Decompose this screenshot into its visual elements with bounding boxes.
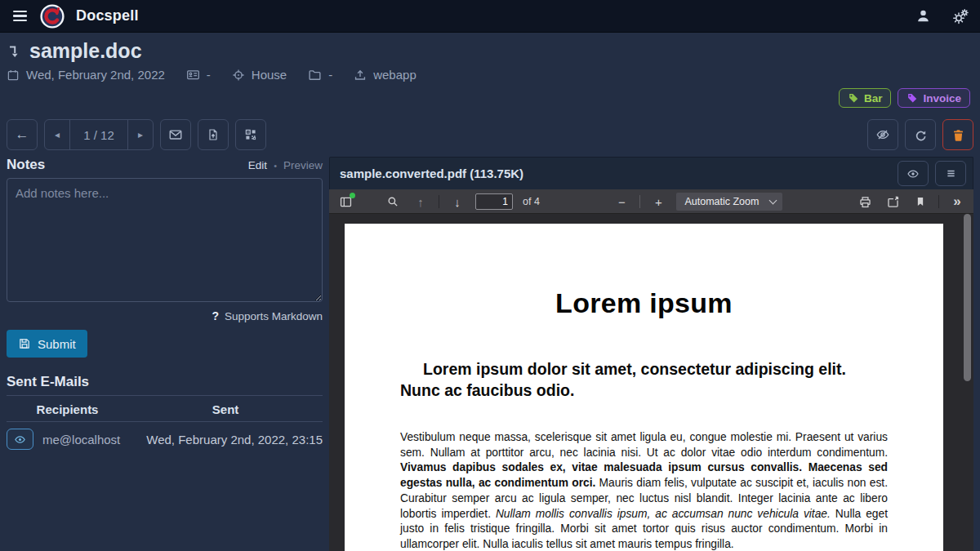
printer-icon <box>858 195 872 209</box>
table-row: me@localhost Wed, February 2nd, 2022, 23… <box>7 422 323 457</box>
redo-icon <box>914 128 928 142</box>
tag-icon <box>848 92 859 104</box>
question-icon: ? <box>212 309 219 322</box>
download-button[interactable] <box>883 192 902 211</box>
send-mail-button[interactable] <box>160 119 191 150</box>
viewer-scrollbar[interactable] <box>964 214 971 381</box>
eye-icon <box>906 167 920 180</box>
crosshair-icon <box>232 69 245 82</box>
more-tools-button[interactable]: » <box>947 192 967 211</box>
add-file-button[interactable] <box>198 119 229 150</box>
item-date[interactable]: Wed, February 2nd, 2022 <box>26 68 165 82</box>
file-upload-icon <box>207 128 220 141</box>
notes-edit-link[interactable]: Edit <box>248 159 267 171</box>
sent-emails-table: Recipients Sent <box>7 398 323 456</box>
qrcode-button[interactable] <box>235 119 266 150</box>
print-button[interactable] <box>855 192 875 211</box>
mail-sent-date: Wed, February 2nd, 2022, 23:15 <box>128 422 323 457</box>
zoom-in-button[interactable]: + <box>648 192 668 211</box>
id-card-icon <box>186 68 200 82</box>
qrcode-icon <box>244 128 257 141</box>
tag-invoice[interactable]: Invoice <box>898 88 970 108</box>
upload-icon <box>354 69 367 82</box>
pdf-document-subtitle: Lorem ipsum dolor sit amet, consectetur … <box>400 358 888 401</box>
page-count-label: of 4 <box>523 196 540 207</box>
search-icon <box>386 195 399 208</box>
item-correspondent[interactable]: - <box>207 68 211 82</box>
unconfirm-button[interactable] <box>867 119 898 150</box>
zoom-select-value: Automatic Zoom <box>684 196 759 207</box>
document-header: sample.doc Wed, February 2nd, 2022 - <box>0 33 980 108</box>
top-navbar: Docspell <box>0 0 980 33</box>
item-folder[interactable]: - <box>328 68 332 82</box>
pdf-viewer[interactable]: Lorem ipsum Lorem ipsum dolor sit amet, … <box>329 214 973 551</box>
attachment-menu-button[interactable] <box>935 161 966 186</box>
back-button[interactable]: ← <box>7 119 38 150</box>
back-arrow-icon: ← <box>16 127 29 143</box>
pdf-page: Lorem ipsum Lorem ipsum dolor sit amet, … <box>345 224 943 551</box>
app-root: Docspell <box>0 0 980 551</box>
chevron-down-icon <box>769 196 777 204</box>
item-toolbar: ← ◂ 1 / 12 ▸ <box>0 119 980 150</box>
arrow-down-icon <box>7 43 23 60</box>
prev-item-button[interactable]: ◂ <box>45 120 69 149</box>
sidebar-toggle-button[interactable] <box>336 192 355 211</box>
markdown-hint-link[interactable]: ? Supports Markdown <box>7 309 323 322</box>
pdfjs-toolbar: ↑ ↓ of 4 − + Automatic Zoom <box>329 189 973 214</box>
pdf-document-body: Vestibulum neque massa, scelerisque sit … <box>400 430 888 551</box>
submit-notes-button[interactable]: Submit <box>7 330 87 358</box>
tag-bar[interactable]: Bar <box>839 88 892 108</box>
item-concerning[interactable]: House <box>252 68 287 82</box>
dot-separator: • <box>274 161 277 171</box>
delete-button[interactable] <box>942 119 973 150</box>
item-position-label: 1 / 12 <box>69 120 128 149</box>
save-icon <box>18 337 31 350</box>
zoom-select[interactable]: Automatic Zoom <box>676 193 782 211</box>
gears-icon[interactable] <box>952 8 969 24</box>
bookmark-icon <box>915 196 926 207</box>
content: Notes Edit • Preview ? Supports Markdown… <box>0 157 980 551</box>
item-pager: ◂ 1 / 12 ▸ <box>44 119 154 150</box>
pdf-document-title: Lorem ipsum <box>400 287 888 319</box>
status-badge <box>350 193 355 198</box>
reprocess-button[interactable] <box>905 119 936 150</box>
app-title: Docspell <box>76 7 139 24</box>
calendar-icon <box>7 69 20 82</box>
document-title: sample.doc <box>29 39 142 63</box>
notes-panel: Notes Edit • Preview ? Supports Markdown… <box>7 157 323 551</box>
sent-emails-heading: Sent E-Mails <box>7 374 323 396</box>
bars-icon <box>945 167 957 180</box>
page-number-input[interactable] <box>475 193 513 210</box>
user-icon[interactable] <box>915 8 931 24</box>
menu-bars-icon[interactable] <box>11 7 29 24</box>
docspell-logo-icon <box>40 4 65 29</box>
eye-icon <box>14 433 26 446</box>
notes-textarea[interactable] <box>7 178 323 302</box>
column-recipients: Recipients <box>7 398 128 422</box>
column-sent: Sent <box>128 398 323 422</box>
envelope-icon <box>168 127 183 142</box>
mail-recipient: me@localhost <box>42 422 128 457</box>
bookmark-button[interactable] <box>911 192 930 211</box>
folder-icon <box>308 68 322 82</box>
trash-icon <box>951 128 965 142</box>
find-button[interactable] <box>383 192 403 211</box>
download-icon <box>886 195 900 209</box>
notes-preview-link[interactable]: Preview <box>283 159 323 171</box>
item-source[interactable]: webapp <box>373 68 416 82</box>
tags-row: Bar Invoice <box>7 88 973 108</box>
eye-slash-icon <box>875 127 890 142</box>
previous-page-button[interactable]: ↑ <box>411 192 430 211</box>
attachment-view-button[interactable] <box>898 161 929 186</box>
preview-panel: sample.converted.pdf (113.75K) <box>329 157 973 551</box>
zoom-out-button[interactable]: − <box>612 192 631 211</box>
next-item-button[interactable]: ▸ <box>128 120 153 149</box>
view-mail-button[interactable] <box>7 429 33 450</box>
attachment-filename: sample.converted.pdf (113.75K) <box>340 167 523 180</box>
tag-icon <box>906 92 918 104</box>
next-page-button[interactable]: ↓ <box>448 192 467 211</box>
notes-heading: Notes <box>7 157 45 173</box>
